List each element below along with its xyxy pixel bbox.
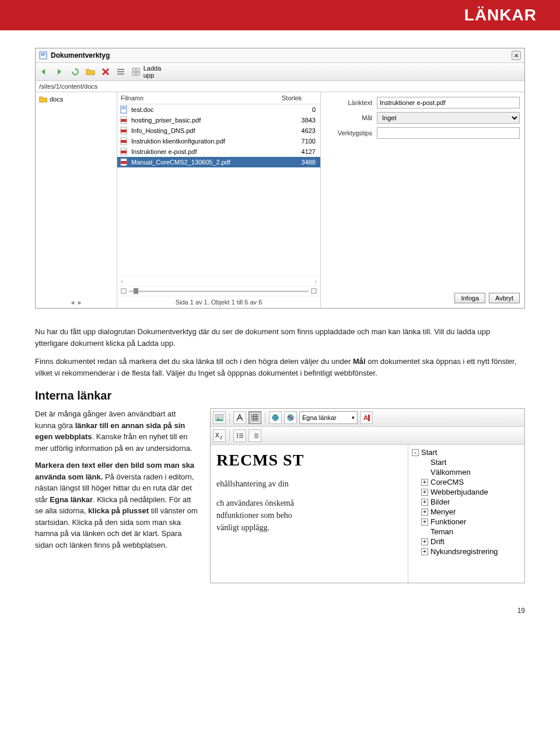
- expand-icon[interactable]: +: [421, 519, 428, 526]
- tree-item[interactable]: +CoreCMS: [418, 477, 524, 487]
- section-heading: Interna länkar: [35, 389, 525, 402]
- expand-icon[interactable]: +: [421, 479, 428, 486]
- svg-rect-15: [122, 108, 125, 109]
- folder-item[interactable]: docs: [38, 94, 114, 104]
- file-row[interactable]: Instruktion klientkonfiguration.pdf7100: [117, 136, 320, 146]
- tile-view-icon[interactable]: [130, 66, 142, 78]
- svg-text:2: 2: [220, 436, 222, 439]
- dialog-toolbar: Ladda upp: [36, 63, 524, 81]
- tree-item[interactable]: +Nykundsregistrering: [418, 547, 524, 556]
- svg-rect-25: [121, 161, 127, 164]
- svg-rect-5: [117, 71, 124, 72]
- col-filename: Filnamn: [121, 94, 282, 101]
- svg-rect-1: [41, 53, 46, 54]
- cancel-button[interactable]: Avbryt: [489, 293, 520, 303]
- status-text: Sida 1 av 1. Objekt 1 till 6 av 6: [117, 296, 320, 308]
- tooltip-label: Verktygstips: [326, 129, 372, 136]
- tree-item[interactable]: +Funktioner: [418, 517, 524, 527]
- editor-content[interactable]: RECMS ST ehållshantering av din ch använ…: [211, 445, 408, 583]
- pdf-icon: [120, 127, 131, 135]
- dialog-titlebar: Dokumentverktyg ✕: [36, 48, 524, 63]
- file-row[interactable]: test.doc0: [117, 104, 320, 115]
- link-button[interactable]: [269, 411, 282, 424]
- tree-item[interactable]: +Menyer: [418, 507, 524, 517]
- tree-label: Välkommen: [430, 468, 471, 477]
- tree-label: Menyer: [430, 507, 456, 516]
- file-list-pane: Filnamn Storlek test.doc0hosting_priser_…: [117, 92, 321, 308]
- insert-button[interactable]: Infoga: [454, 293, 485, 303]
- tree-item[interactable]: +Bilder: [418, 497, 524, 507]
- tree-label: CoreCMS: [430, 478, 464, 486]
- file-row[interactable]: Manual_CoreCMS2_130605_2.pdf3488: [117, 157, 320, 167]
- svg-rect-21: [121, 140, 127, 143]
- tree-item[interactable]: -Start: [408, 447, 524, 457]
- upload-button[interactable]: Ladda upp: [145, 65, 157, 78]
- tree-label: Teman: [430, 527, 453, 536]
- svg-rect-27: [312, 289, 316, 293]
- tree-item[interactable]: +Webberbjudande: [418, 487, 524, 497]
- new-folder-button[interactable]: [85, 66, 96, 78]
- svg-rect-2: [41, 54, 46, 55]
- folder-label: docs: [50, 96, 63, 103]
- linktext-input[interactable]: [377, 97, 520, 108]
- svg-point-42: [237, 433, 238, 435]
- list-view-icon[interactable]: [115, 66, 127, 78]
- page-header: LÄNKAR: [0, 0, 560, 30]
- file-name: Instruktion klientkonfiguration.pdf: [131, 138, 289, 145]
- expand-icon[interactable]: +: [421, 548, 428, 555]
- target-select[interactable]: Inget: [377, 112, 520, 124]
- expand-icon[interactable]: +: [421, 509, 428, 516]
- unlink-button[interactable]: [284, 411, 297, 424]
- h-scrollbar[interactable]: ‹›: [117, 276, 320, 286]
- path-bar: /sites/1/content/docs: [36, 81, 524, 92]
- svg-rect-6: [117, 73, 124, 75]
- properties-pane: Länktext Mål Inget Verktygstips Infoga A…: [321, 92, 524, 308]
- splitter-handle[interactable]: ◄ ►: [69, 299, 83, 306]
- forward-button[interactable]: [54, 66, 66, 78]
- image-button[interactable]: [213, 411, 226, 424]
- sub-button[interactable]: X2: [213, 429, 226, 442]
- back-button[interactable]: [39, 66, 51, 78]
- svg-point-44: [237, 437, 238, 438]
- format-button[interactable]: [233, 411, 246, 424]
- pdf-icon: [120, 116, 131, 124]
- tree-label: Drift: [430, 537, 444, 546]
- svg-rect-10: [136, 72, 139, 75]
- file-size: 3488: [289, 159, 318, 166]
- svg-rect-9: [132, 72, 135, 75]
- close-button[interactable]: ✕: [512, 51, 521, 60]
- delete-button[interactable]: [100, 66, 111, 78]
- tree-item[interactable]: Välkommen: [418, 467, 524, 477]
- tooltip-input[interactable]: [377, 127, 520, 139]
- file-name: Manual_CoreCMS2_130605_2.pdf: [131, 159, 289, 166]
- tree-item[interactable]: Teman: [418, 527, 524, 537]
- page-number: 19: [0, 595, 560, 626]
- file-size: 3843: [289, 117, 318, 124]
- tree-item[interactable]: Start: [418, 457, 524, 467]
- ul-button[interactable]: [233, 429, 246, 442]
- tree-label: Bilder: [430, 498, 450, 506]
- svg-point-43: [237, 435, 238, 436]
- expand-icon[interactable]: +: [421, 489, 428, 496]
- tree-item[interactable]: +Drift: [418, 537, 524, 547]
- file-row[interactable]: Info_Hosting_DNS.pdf4623: [117, 125, 320, 136]
- table-button[interactable]: [249, 411, 261, 424]
- zoom-slider[interactable]: [117, 286, 320, 296]
- editor-screenshot: Egna länkar A X2 RECMS ST ehållshanterin…: [210, 408, 525, 583]
- svg-point-29: [217, 416, 219, 418]
- own-links-dropdown[interactable]: Egna länkar: [299, 411, 358, 424]
- editor-heading: RECMS ST: [216, 451, 402, 470]
- file-row[interactable]: Instruktioner e-post.pdf4127: [117, 146, 320, 157]
- expand-icon[interactable]: +: [421, 499, 428, 506]
- svg-rect-3: [41, 55, 44, 56]
- file-row[interactable]: hosting_priser_basic.pdf3843: [117, 115, 320, 125]
- doc-icon: [120, 106, 131, 114]
- folder-tree-pane: docs ◄ ►: [36, 92, 117, 308]
- expand-icon[interactable]: +: [421, 538, 428, 545]
- ol-button[interactable]: [249, 429, 261, 442]
- refresh-button[interactable]: [69, 66, 81, 78]
- collapse-icon[interactable]: -: [412, 449, 419, 456]
- svg-rect-39: [368, 415, 370, 421]
- char-button[interactable]: A: [360, 411, 373, 424]
- document-tool-dialog: Dokumentverktyg ✕ Ladda upp /sites/1/con…: [35, 48, 525, 309]
